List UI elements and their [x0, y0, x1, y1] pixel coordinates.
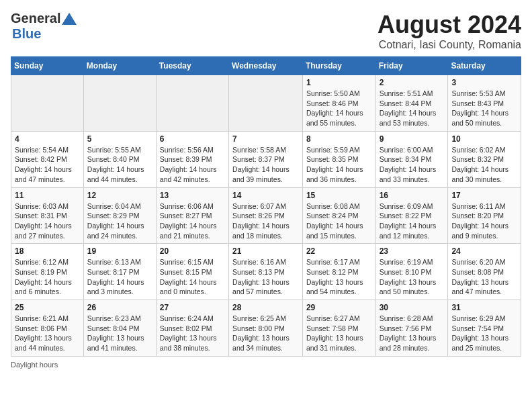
- day-info: Sunrise: 5:50 AM Sunset: 8:46 PM Dayligh…: [306, 89, 372, 128]
- calendar-cell: 26Sunrise: 6:23 AM Sunset: 8:04 PM Dayli…: [83, 300, 156, 357]
- title-block: August 2024 Cotnari, Iasi County, Romani…: [378, 11, 521, 51]
- calendar-cell: 2Sunrise: 5:51 AM Sunset: 8:44 PM Daylig…: [375, 75, 448, 132]
- day-number: 18: [15, 246, 80, 256]
- calendar-cell: 23Sunrise: 6:19 AM Sunset: 8:10 PM Dayli…: [375, 244, 448, 300]
- day-info: Sunrise: 6:11 AM Sunset: 8:20 PM Dayligh…: [451, 201, 517, 241]
- calendar-cell: 8Sunrise: 5:59 AM Sunset: 8:35 PM Daylig…: [302, 131, 375, 187]
- day-number: 6: [160, 134, 225, 144]
- day-info: Sunrise: 5:58 AM Sunset: 8:37 PM Dayligh…: [232, 145, 299, 185]
- day-info: Sunrise: 5:55 AM Sunset: 8:40 PM Dayligh…: [87, 145, 152, 185]
- day-info: Sunrise: 6:09 AM Sunset: 8:22 PM Dayligh…: [380, 201, 445, 241]
- day-number: 28: [232, 303, 299, 312]
- day-number: 14: [232, 191, 299, 200]
- day-header-wednesday: Wednesday: [229, 57, 303, 75]
- calendar-cell: [156, 75, 228, 132]
- day-info: Sunrise: 6:06 AM Sunset: 8:27 PM Dayligh…: [160, 201, 225, 241]
- footer-note: Daylight hours: [11, 361, 521, 369]
- calendar-cell: 9Sunrise: 6:00 AM Sunset: 8:34 PM Daylig…: [375, 131, 448, 187]
- calendar-cell: 3Sunrise: 5:53 AM Sunset: 8:43 PM Daylig…: [448, 75, 521, 132]
- calendar-cell: 16Sunrise: 6:09 AM Sunset: 8:22 PM Dayli…: [375, 187, 448, 244]
- calendar-cell: 14Sunrise: 6:07 AM Sunset: 8:26 PM Dayli…: [229, 187, 303, 244]
- logo-blue: Blue: [12, 26, 41, 42]
- calendar-cell: 5Sunrise: 5:55 AM Sunset: 8:40 PM Daylig…: [83, 131, 156, 187]
- calendar-cell: 18Sunrise: 6:12 AM Sunset: 8:19 PM Dayli…: [11, 244, 84, 300]
- day-number: 20: [160, 246, 225, 256]
- calendar-cell: 11Sunrise: 6:03 AM Sunset: 8:31 PM Dayli…: [11, 187, 84, 244]
- day-number: 8: [306, 134, 372, 144]
- week-row-5: 25Sunrise: 6:21 AM Sunset: 8:06 PM Dayli…: [11, 300, 521, 357]
- day-number: 23: [380, 246, 445, 256]
- day-info: Sunrise: 6:07 AM Sunset: 8:26 PM Dayligh…: [232, 201, 299, 241]
- page-subtitle: Cotnari, Iasi County, Romania: [378, 39, 521, 51]
- day-number: 26: [87, 303, 152, 312]
- day-info: Sunrise: 6:13 AM Sunset: 8:17 PM Dayligh…: [87, 257, 152, 297]
- day-info: Sunrise: 5:59 AM Sunset: 8:35 PM Dayligh…: [306, 145, 372, 185]
- day-number: 25: [15, 303, 80, 312]
- logo-general: General: [11, 11, 60, 26]
- day-info: Sunrise: 6:20 AM Sunset: 8:08 PM Dayligh…: [451, 257, 517, 297]
- day-number: 7: [232, 134, 299, 144]
- day-info: Sunrise: 6:19 AM Sunset: 8:10 PM Dayligh…: [380, 257, 445, 297]
- day-info: Sunrise: 6:21 AM Sunset: 8:06 PM Dayligh…: [15, 314, 80, 353]
- day-number: 15: [306, 191, 372, 200]
- day-info: Sunrise: 6:03 AM Sunset: 8:31 PM Dayligh…: [15, 201, 80, 241]
- day-number: 9: [380, 134, 445, 144]
- day-info: Sunrise: 5:56 AM Sunset: 8:39 PM Dayligh…: [160, 145, 225, 185]
- day-number: 21: [232, 246, 299, 256]
- week-row-4: 18Sunrise: 6:12 AM Sunset: 8:19 PM Dayli…: [11, 244, 521, 300]
- day-number: 22: [306, 246, 372, 256]
- calendar-cell: 22Sunrise: 6:17 AM Sunset: 8:12 PM Dayli…: [302, 244, 375, 300]
- day-info: Sunrise: 6:15 AM Sunset: 8:15 PM Dayligh…: [160, 257, 225, 297]
- calendar-cell: 28Sunrise: 6:25 AM Sunset: 8:00 PM Dayli…: [229, 300, 303, 357]
- day-info: Sunrise: 6:00 AM Sunset: 8:34 PM Dayligh…: [380, 145, 445, 185]
- day-info: Sunrise: 5:53 AM Sunset: 8:43 PM Dayligh…: [451, 89, 517, 128]
- day-number: 31: [451, 303, 517, 312]
- day-info: Sunrise: 6:08 AM Sunset: 8:24 PM Dayligh…: [306, 201, 372, 241]
- day-info: Sunrise: 6:27 AM Sunset: 7:58 PM Dayligh…: [306, 314, 372, 353]
- day-header-monday: Monday: [83, 57, 156, 75]
- calendar-header-row: SundayMondayTuesdayWednesdayThursdayFrid…: [11, 57, 521, 75]
- day-info: Sunrise: 5:54 AM Sunset: 8:42 PM Dayligh…: [15, 145, 80, 185]
- day-header-saturday: Saturday: [448, 57, 521, 75]
- day-number: 29: [306, 303, 372, 312]
- day-info: Sunrise: 6:02 AM Sunset: 8:32 PM Dayligh…: [451, 145, 517, 185]
- calendar-cell: 4Sunrise: 5:54 AM Sunset: 8:42 PM Daylig…: [11, 131, 84, 187]
- calendar-cell: 24Sunrise: 6:20 AM Sunset: 8:08 PM Dayli…: [448, 244, 521, 300]
- calendar-cell: 20Sunrise: 6:15 AM Sunset: 8:15 PM Dayli…: [156, 244, 228, 300]
- day-info: Sunrise: 6:17 AM Sunset: 8:12 PM Dayligh…: [306, 257, 372, 297]
- week-row-3: 11Sunrise: 6:03 AM Sunset: 8:31 PM Dayli…: [11, 187, 521, 244]
- day-number: 17: [451, 191, 517, 200]
- day-number: 11: [15, 191, 80, 200]
- calendar-cell: 10Sunrise: 6:02 AM Sunset: 8:32 PM Dayli…: [448, 131, 521, 187]
- day-number: 2: [380, 78, 445, 87]
- page-header: General Blue August 2024 Cotnari, Iasi C…: [11, 11, 521, 51]
- day-header-tuesday: Tuesday: [156, 57, 228, 75]
- logo: General Blue: [11, 11, 77, 42]
- day-number: 5: [87, 134, 152, 144]
- calendar-cell: 6Sunrise: 5:56 AM Sunset: 8:39 PM Daylig…: [156, 131, 228, 187]
- day-number: 3: [451, 78, 517, 87]
- calendar-cell: 25Sunrise: 6:21 AM Sunset: 8:06 PM Dayli…: [11, 300, 84, 357]
- day-number: 24: [451, 246, 517, 256]
- calendar-cell: 15Sunrise: 6:08 AM Sunset: 8:24 PM Dayli…: [302, 187, 375, 244]
- day-number: 4: [15, 134, 80, 144]
- calendar-cell: 19Sunrise: 6:13 AM Sunset: 8:17 PM Dayli…: [83, 244, 156, 300]
- calendar-cell: [11, 75, 84, 132]
- day-number: 10: [451, 134, 517, 144]
- day-info: Sunrise: 6:16 AM Sunset: 8:13 PM Dayligh…: [232, 257, 299, 297]
- logo-icon: [62, 11, 77, 26]
- calendar-cell: 17Sunrise: 6:11 AM Sunset: 8:20 PM Dayli…: [448, 187, 521, 244]
- day-header-sunday: Sunday: [11, 57, 84, 75]
- day-number: 27: [160, 303, 225, 312]
- page-title: August 2024: [378, 11, 521, 39]
- day-info: Sunrise: 6:28 AM Sunset: 7:56 PM Dayligh…: [380, 314, 445, 353]
- day-header-thursday: Thursday: [302, 57, 375, 75]
- day-number: 16: [380, 191, 445, 200]
- day-info: Sunrise: 5:51 AM Sunset: 8:44 PM Dayligh…: [380, 89, 445, 128]
- day-info: Sunrise: 6:12 AM Sunset: 8:19 PM Dayligh…: [15, 257, 80, 297]
- day-info: Sunrise: 6:25 AM Sunset: 8:00 PM Dayligh…: [232, 314, 299, 353]
- day-header-friday: Friday: [375, 57, 448, 75]
- calendar-cell: 30Sunrise: 6:28 AM Sunset: 7:56 PM Dayli…: [375, 300, 448, 357]
- day-info: Sunrise: 6:24 AM Sunset: 8:02 PM Dayligh…: [160, 314, 225, 353]
- day-number: 19: [87, 246, 152, 256]
